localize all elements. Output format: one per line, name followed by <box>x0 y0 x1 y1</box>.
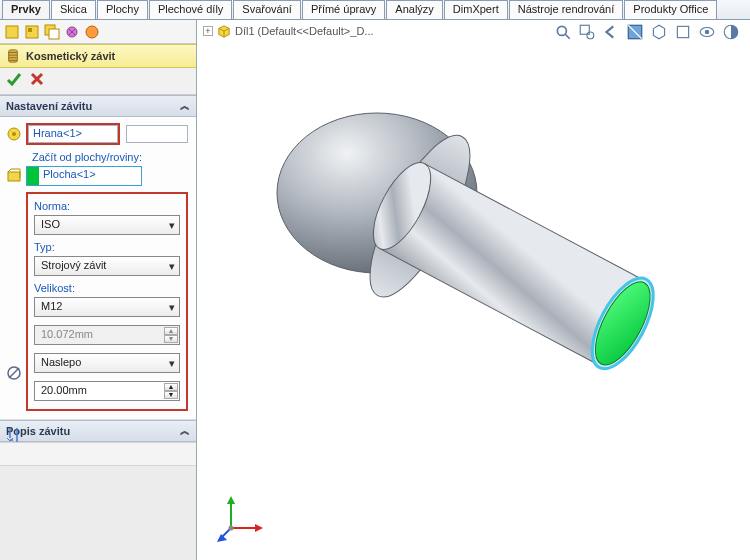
velikost-label: Velikost: <box>34 282 180 294</box>
tree-expand-icon[interactable]: + <box>203 26 213 36</box>
property-manager-panel: Kosmetický závit Nastavení závitu ︽ Hran… <box>0 20 197 560</box>
command-manager-tab-strip: Prvky Skica Plochy Plechové díly Svařová… <box>0 0 750 20</box>
face-highlight: Plocha<1> <box>26 166 142 186</box>
tab-nastroje-rendrovani[interactable]: Nástroje rendrování <box>509 0 624 19</box>
axis-triad <box>217 494 265 542</box>
face-icon <box>6 168 22 184</box>
panel-tab-icons <box>0 20 196 44</box>
svg-point-15 <box>557 26 566 35</box>
diameter-value: 10.072mm <box>41 328 93 340</box>
hide-show-icon[interactable] <box>698 24 716 40</box>
tab-plechove-dily[interactable]: Plechové díly <box>149 0 232 19</box>
depth-icon <box>6 427 22 443</box>
graphics-viewport[interactable]: + Díl1 (Default<<Default>_D... <box>197 20 750 560</box>
tab-svarovani[interactable]: Svařování <box>233 0 301 19</box>
diameter-icon <box>6 365 22 381</box>
svg-point-8 <box>86 26 98 38</box>
norma-dropdown[interactable]: ISO <box>34 215 180 235</box>
svg-marker-33 <box>255 524 263 532</box>
display-style-icon[interactable] <box>674 24 692 40</box>
display-manager-icon[interactable] <box>84 24 100 40</box>
edge-selection-field[interactable]: Hrana<1> <box>28 125 118 143</box>
zoom-fit-icon[interactable] <box>554 24 572 40</box>
svg-rect-4 <box>49 29 59 39</box>
typ-dropdown[interactable]: Strojový závit <box>34 256 180 276</box>
view-orientation-icon[interactable] <box>650 24 668 40</box>
svg-point-22 <box>705 30 710 35</box>
part-3d-model[interactable] <box>257 98 717 418</box>
svg-rect-2 <box>28 28 32 32</box>
tab-prime-upravy[interactable]: Přímé úpravy <box>302 0 385 19</box>
tab-prvky[interactable]: Prvky <box>2 0 50 19</box>
edge-icon <box>6 126 22 142</box>
cancel-button[interactable] <box>30 72 44 90</box>
svg-rect-0 <box>6 26 18 38</box>
configuration-icon[interactable] <box>44 24 60 40</box>
svg-marker-31 <box>227 496 235 504</box>
diameter-spinner: 10.072mm ▲▼ <box>34 325 180 345</box>
tab-analyzy[interactable]: Analýzy <box>386 0 443 19</box>
collapse-icon: ︽ <box>180 99 190 113</box>
section-thread-settings-head[interactable]: Nastavení závitu ︽ <box>0 95 196 117</box>
confirm-row <box>0 68 196 95</box>
section-thread-settings-title: Nastavení závitu <box>6 100 92 112</box>
norma-label: Norma: <box>34 200 180 212</box>
svg-rect-20 <box>677 26 688 37</box>
breadcrumb-part-name[interactable]: Díl1 (Default<<Default>_D... <box>235 25 374 37</box>
feature-title-text: Kosmetický závit <box>26 50 115 62</box>
svg-point-11 <box>12 132 16 136</box>
edge-selection-empty[interactable] <box>126 125 188 143</box>
feature-tree-icon[interactable] <box>4 24 20 40</box>
face-color-swatch <box>27 167 39 185</box>
section-thread-desc-body <box>0 442 196 466</box>
standards-block-highlight: Norma: ISO Typ: Strojový závit Velikost:… <box>26 192 188 411</box>
face-selection-field[interactable]: Plocha<1> <box>39 167 141 185</box>
zoom-area-icon[interactable] <box>578 24 596 40</box>
velikost-dropdown[interactable]: M12 <box>34 297 180 317</box>
svg-rect-12 <box>8 172 20 181</box>
edge-highlight: Hrana<1> <box>26 123 120 145</box>
section-thread-desc-head[interactable]: Popis závitu ︽ <box>0 420 196 442</box>
tab-plochy[interactable]: Plochy <box>97 0 148 19</box>
end-condition-dropdown[interactable]: Naslepo <box>34 353 180 373</box>
appearance-scene-icon[interactable] <box>722 24 740 40</box>
svg-line-16 <box>565 34 570 39</box>
section-thread-settings-body: Hrana<1> Začít od plochy/roviny: Plocha<… <box>0 117 196 420</box>
svg-line-14 <box>9 368 19 378</box>
svg-point-18 <box>587 32 594 39</box>
depth-spinner[interactable]: 20.00mm ▲▼ <box>34 381 180 401</box>
previous-view-icon[interactable] <box>602 24 620 40</box>
feature-title-bar: Kosmetický závit <box>0 44 196 68</box>
appearance-icon[interactable] <box>64 24 80 40</box>
property-manager-icon[interactable] <box>24 24 40 40</box>
collapse-icon: ︽ <box>180 424 190 438</box>
section-view-icon[interactable] <box>626 24 644 40</box>
depth-value: 20.00mm <box>41 384 87 396</box>
typ-label: Typ: <box>34 241 180 253</box>
tab-dimxpert[interactable]: DimXpert <box>444 0 508 19</box>
svg-marker-35 <box>217 534 227 542</box>
thread-feature-icon <box>6 49 20 63</box>
start-face-label: Začít od plochy/roviny: <box>32 151 188 163</box>
tab-produkty-office[interactable]: Produkty Office <box>624 0 717 19</box>
part-icon <box>217 24 231 38</box>
tab-skica[interactable]: Skica <box>51 0 96 19</box>
ok-button[interactable] <box>6 72 22 90</box>
heads-up-toolbar <box>554 24 740 40</box>
svg-point-36 <box>229 526 234 531</box>
